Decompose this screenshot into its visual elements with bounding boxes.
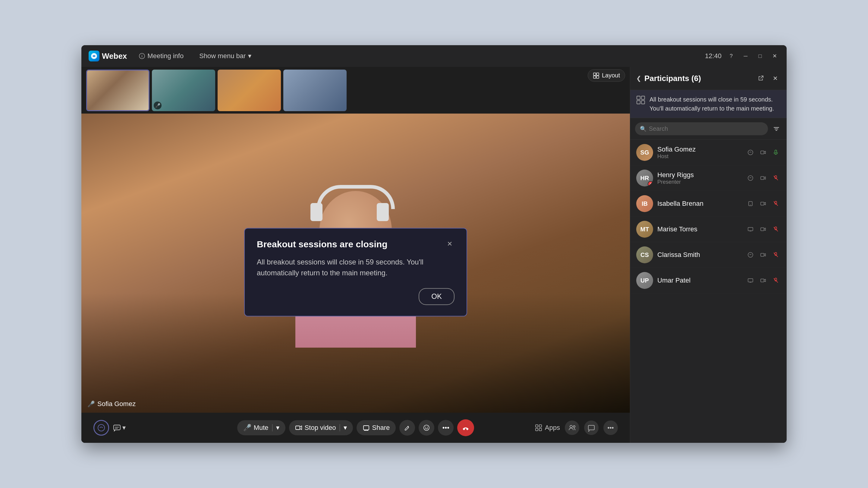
participants-button[interactable] [565,421,579,435]
participant-video-icon [758,173,768,183]
thumbnail-3[interactable] [218,70,281,111]
mute-button[interactable]: 🎤 Mute ▾ [237,420,285,435]
more-button[interactable]: ••• [438,420,454,435]
participant-item[interactable]: IB Isabella Brenan [630,191,786,217]
activity-button[interactable] [93,420,109,435]
close-button[interactable]: ✕ [770,51,779,61]
maximize-button[interactable]: □ [755,51,765,61]
end-call-icon [461,424,470,432]
svg-rect-26 [761,151,764,154]
chat-button[interactable]: ▾ [113,424,126,432]
ctrl-center: 🎤 Mute ▾ Stop video ▾ [237,419,474,436]
chevron-down-icon: ▾ [248,52,251,60]
speaker-name: Sofia Gomez [97,400,135,408]
reactions-icon [423,424,430,431]
svg-point-7 [98,424,104,431]
breakout-dialog: Breakout sessions are closing ✕ All brea… [244,228,467,316]
svg-rect-20 [588,425,594,430]
sidebar-title-wrap: ❮ Participants (6) [636,74,701,83]
thumb-mute-icon-2: 🎤 [154,101,161,109]
breakout-notice-text: All breakout sessions will close in 59 s… [650,95,781,113]
connecting-icon [746,148,755,157]
annotate-button[interactable] [399,420,415,435]
svg-point-32 [750,204,751,205]
meeting-info-icon [139,53,145,59]
breakout-banner: All breakout sessions will close in 59 s… [630,90,786,118]
dialog-body: All breakout sessions will close in 59 s… [257,257,455,278]
participant-audio-muted-icon [771,250,781,260]
participant-video-icon [758,224,768,234]
share-button[interactable]: Share [356,420,396,435]
participant-item[interactable]: HR ! Henry Riggs Presenter [630,165,786,191]
layout-button[interactable]: Layout [588,69,625,82]
thumbnail-4[interactable] [283,70,347,111]
participant-item[interactable]: UP Umar Patel [630,268,786,293]
svg-point-11 [424,425,429,430]
chat-sidebar-button[interactable] [584,421,598,435]
more-options-button[interactable]: ••• [603,421,618,435]
help-button[interactable]: ? [726,51,736,61]
dialog-close-button[interactable]: ✕ [445,239,455,249]
reactions-button[interactable] [418,420,434,435]
stop-video-label: Stop video [305,424,336,432]
mute-icon: 🎤 [243,424,251,432]
search-input[interactable] [649,125,763,132]
sidebar-collapse-button[interactable]: ❮ [636,75,641,82]
search-input-wrap[interactable]: 🔍 [635,122,768,135]
headphone-left [310,203,322,221]
dialog-close-icon: ✕ [447,240,453,248]
webex-logo-icon [89,51,99,61]
participant-item[interactable]: MT Marise Torres [630,217,786,242]
participant-info: Marise Torres [657,225,741,233]
meeting-info-button[interactable]: Meeting info [135,50,187,62]
sort-icon [773,126,780,132]
svg-point-38 [748,253,753,257]
svg-rect-24 [641,101,645,104]
minimize-button[interactable]: ─ [741,51,750,61]
svg-point-2 [142,55,142,56]
main-video: Breakout sessions are closing ✕ All brea… [82,113,630,413]
avatar: SG [636,144,653,161]
thumbnail-1[interactable] [86,70,150,111]
participant-item[interactable]: SG Sofia Gomez Host [630,140,786,165]
dialog-title: Breakout sessions are closing [257,239,388,250]
participant-actions [746,199,781,208]
stop-video-button[interactable]: Stop video ▾ [289,420,353,435]
divider [272,424,273,431]
participant-name: Isabella Brenan [657,200,741,207]
headphone-right [377,203,389,221]
ok-button[interactable]: OK [418,288,455,305]
dialog-header: Breakout sessions are closing ✕ [257,239,455,250]
participants-icon [568,424,576,432]
chat-icon [113,424,121,432]
popout-button[interactable] [755,73,766,84]
participant-actions [746,275,781,285]
more-options-icon: ••• [607,424,614,431]
thumbnail-2[interactable]: 🎤 [152,70,215,111]
sidebar-close-button[interactable]: ✕ [770,73,781,84]
show-menu-button[interactable]: Show menu bar ▾ [195,50,255,62]
svg-point-12 [425,427,426,427]
speaker-label: 🎤 Sofia Gomez [87,400,135,408]
svg-point-28 [748,175,753,181]
sort-button[interactable] [771,124,782,134]
sidebar: ❮ Participants (6) ✕ [630,67,786,443]
divider-2 [340,424,340,431]
svg-rect-36 [761,228,764,231]
apps-icon [535,424,542,432]
search-wrap: 🔍 [630,118,786,140]
share-icon [363,424,370,431]
sidebar-header: ❮ Participants (6) ✕ [630,67,786,90]
svg-rect-8 [114,425,120,430]
participant-item[interactable]: CS Clarissa Smith [630,242,786,268]
participant-video-icon [758,250,768,260]
svg-rect-41 [748,279,753,282]
participant-audio-muted-icon [771,173,781,183]
meeting-info-label: Meeting info [147,52,184,60]
participant-audio-muted-icon [771,199,781,208]
svg-rect-21 [637,96,640,99]
end-call-button[interactable] [457,419,474,436]
participant-info: Isabella Brenan [657,200,741,207]
svg-rect-16 [535,428,538,431]
apps-button[interactable]: Apps [535,424,560,432]
